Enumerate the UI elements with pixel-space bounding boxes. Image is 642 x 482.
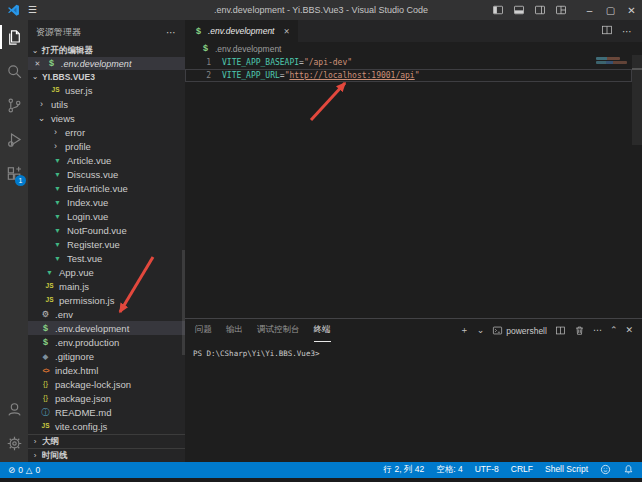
new-terminal-icon[interactable]: ＋ [460, 326, 469, 335]
tree-item-Login.vue[interactable]: ▼Login.vue [28, 209, 185, 223]
customize-layout-icon[interactable] [550, 0, 571, 20]
menu-icon[interactable]: ☰ [28, 5, 37, 15]
panel-tab-output[interactable]: 输出 [226, 319, 243, 342]
maximize-button[interactable]: ▢ [600, 0, 621, 20]
tree-item-Register.vue[interactable]: ▼Register.vue [28, 237, 185, 251]
tree-item-.gitignore[interactable]: ◆.gitignore [28, 349, 185, 363]
code-editor[interactable]: 1VITE_APP_BASEAPI="/api-dev"2VITE_APP_UR… [185, 55, 642, 318]
tree-item-utils[interactable]: ›utils [28, 97, 185, 111]
tab-env-development[interactable]: $ .env.development ✕ [185, 20, 298, 42]
more-actions-icon[interactable]: ⋯ [166, 27, 177, 38]
status-indentation[interactable]: 空格: 4 [436, 464, 462, 476]
status-language-mode[interactable]: Shell Script [545, 464, 588, 476]
kill-terminal-icon[interactable] [574, 322, 585, 340]
minimize-button[interactable]: – [579, 0, 600, 20]
activity-item-run-and-debug[interactable] [0, 122, 28, 156]
activity-item-account[interactable] [0, 392, 28, 426]
notifications-bell-icon[interactable] [623, 464, 634, 477]
js-icon: JS [40, 423, 51, 430]
settings-icon [6, 435, 23, 452]
open-editors-header[interactable]: ⌄ 打开的编辑器 [28, 44, 185, 57]
activity-item-source-control[interactable] [0, 88, 28, 122]
tree-item-label: views [51, 113, 75, 124]
close-icon[interactable]: ✕ [283, 27, 289, 36]
activity-item-search[interactable] [0, 54, 28, 88]
tree-item-profile[interactable]: ›profile [28, 139, 185, 153]
line-number: 2 [186, 71, 222, 80]
source-control-icon [6, 97, 23, 114]
tree-item-permission.js[interactable]: JSpermission.js [28, 293, 185, 307]
shellscript-icon: $ [40, 338, 51, 347]
outline-label: 大纲 [42, 436, 59, 448]
toggle-primary-sidebar-icon[interactable] [487, 0, 508, 20]
tree-item-main.js[interactable]: JSmain.js [28, 279, 185, 293]
feedback-smiley-icon[interactable] [600, 464, 611, 477]
tree-item-label: .env.production [55, 337, 119, 348]
breadcrumb[interactable]: $ .env.development [185, 42, 642, 55]
tree-item-index.html[interactable]: <>index.html [28, 363, 185, 377]
tree-item-Article.vue[interactable]: ▼Article.vue [28, 153, 185, 167]
minimap[interactable] [595, 55, 632, 185]
tree-item-Test.vue[interactable]: ▼Test.vue [28, 251, 185, 265]
more-actions-icon[interactable]: ⋯ [622, 26, 633, 37]
split-terminal-icon[interactable] [555, 322, 566, 340]
chevron-down-icon[interactable]: ⌄ [477, 326, 485, 335]
maximize-panel-icon[interactable]: ⌃ [610, 326, 618, 335]
tree-item-package-lock.json[interactable]: {}package-lock.json [28, 377, 185, 391]
code-line-1[interactable]: 1VITE_APP_BASEAPI="/api-dev" [185, 56, 632, 69]
split-editor-icon[interactable] [601, 22, 613, 40]
tree-item-label: index.html [55, 365, 98, 376]
code-line-2[interactable]: 2VITE_APP_URL="http://localhost:19001/ap… [185, 69, 632, 82]
toggle-panel-icon[interactable] [508, 0, 529, 20]
problems-status[interactable]: ⊘ 0 △ 0 [8, 465, 40, 475]
tree-item-vite.config.js[interactable]: JSvite.config.js [28, 419, 185, 433]
more-actions-icon[interactable]: ⋯ [593, 326, 602, 335]
status-eol[interactable]: CRLF [511, 464, 533, 476]
tree-item-.env.development[interactable]: $.env.development [28, 321, 185, 335]
shellscript-icon: $ [193, 27, 204, 36]
tree-item-label: App.vue [59, 267, 94, 278]
activity-bar-bottom [0, 392, 28, 460]
tree-item-README.md[interactable]: ⓘREADME.md [28, 405, 185, 419]
activity-item-explorer[interactable] [0, 20, 28, 54]
toggle-secondary-sidebar-icon[interactable] [529, 0, 550, 20]
outline-section[interactable]: ›大纲 [28, 434, 185, 448]
status-cursor-position[interactable]: 行 2, 列 42 [384, 464, 425, 476]
tree-item-Discuss.vue[interactable]: ▼Discuss.vue [28, 167, 185, 181]
timeline-section[interactable]: ›时间线 [28, 448, 185, 462]
tree-item-user.js[interactable]: JSuser.js [28, 83, 185, 97]
tree-item-App.vue[interactable]: ▼App.vue [28, 265, 185, 279]
activity-item-extensions[interactable]: 1 [0, 156, 28, 190]
project-section-header[interactable]: ⌄ YI.BBS.VUE3 [28, 70, 185, 83]
status-encoding[interactable]: UTF-8 [475, 464, 499, 476]
panel-tab-debug-console[interactable]: 调试控制台 [257, 319, 300, 342]
terminal-profile[interactable]: powershell [492, 325, 547, 336]
error-count: 0 [18, 465, 23, 475]
tree-item-EditArticle.vue[interactable]: ▼EditArticle.vue [28, 181, 185, 195]
editor-scrollbar[interactable] [632, 55, 642, 318]
error-icon: ⊘ [8, 465, 15, 475]
gear-icon: ⚙ [40, 310, 51, 319]
tree-item-label: Test.vue [67, 253, 102, 264]
open-editor-item[interactable]: ✕ $ .env.development [28, 57, 185, 70]
shellscript-icon: $ [200, 44, 211, 53]
close-panel-icon[interactable]: ✕ [625, 326, 633, 335]
tree-item-package.json[interactable]: {}package.json [28, 391, 185, 405]
close-window-button[interactable]: ✕ [621, 0, 642, 20]
explorer-icon [6, 29, 23, 46]
tree-item-.env[interactable]: ⚙.env [28, 307, 185, 321]
badge: 1 [15, 175, 26, 186]
window-title: .env.development - Yi.BBS.Vue3 - Visual … [214, 5, 428, 15]
tree-item-error[interactable]: ›error [28, 125, 185, 139]
panel-tab-terminal[interactable]: 终端 [314, 319, 331, 342]
close-icon[interactable]: ✕ [33, 60, 42, 68]
tree-item-.env.production[interactable]: $.env.production [28, 335, 185, 349]
panel-tab-problems[interactable]: 问题 [195, 319, 212, 342]
account-icon [6, 401, 23, 418]
tree-item-views[interactable]: ⌄views [28, 111, 185, 125]
tree-item-label: user.js [65, 85, 92, 96]
activity-item-settings[interactable] [0, 426, 28, 460]
tree-item-NotFound.vue[interactable]: ▼NotFound.vue [28, 223, 185, 237]
terminal[interactable]: PS D:\CSharp\Yi\Yi.BBS.Vue3> [185, 342, 642, 358]
tree-item-Index.vue[interactable]: ▼Index.vue [28, 195, 185, 209]
